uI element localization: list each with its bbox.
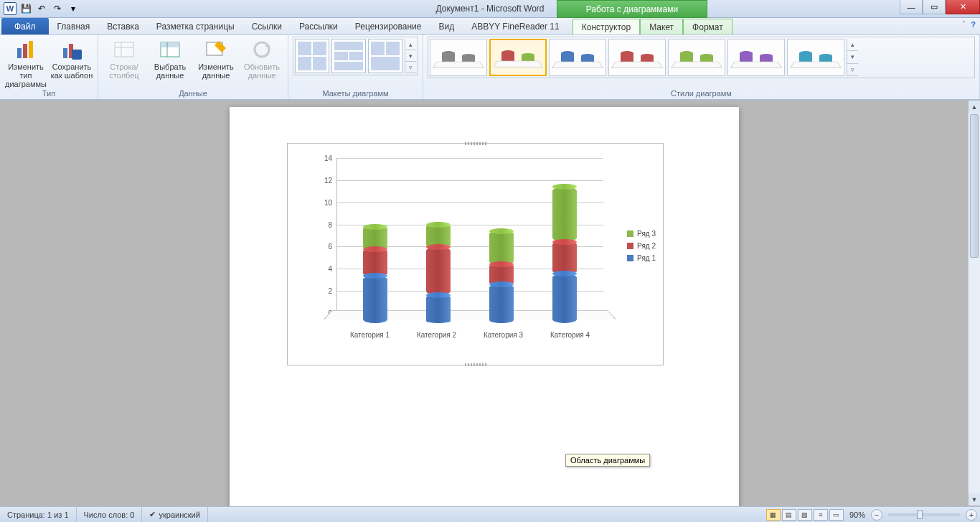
chart-style-7[interactable]: [787, 39, 844, 76]
vertical-scrollbar[interactable]: ▲ ▼: [968, 113, 980, 493]
chart-segment[interactable]: [552, 274, 577, 323]
chart-segment[interactable]: [426, 225, 451, 247]
zoom-in-button[interactable]: +: [966, 509, 977, 521]
app-icon[interactable]: W: [3, 1, 17, 16]
legend-item[interactable]: Ряд 2: [627, 242, 656, 250]
save-as-template-button[interactable]: Сохранить как шаблон: [50, 37, 93, 80]
qat-customize[interactable]: ▾: [66, 1, 80, 16]
layouts-gallery-more[interactable]: ▴▾▿: [405, 39, 416, 73]
ribbon-group-data: Строка/столбец Выбрать данные Изменить д…: [98, 35, 288, 99]
ribbon: Изменить тип диаграммы Сохранить как шаб…: [0, 35, 980, 100]
view-print-layout[interactable]: ▦: [766, 509, 781, 521]
legend-item[interactable]: Ряд 1: [627, 254, 656, 262]
y-tick: 12: [324, 176, 332, 184]
x-label: Категория 2: [417, 331, 456, 339]
undo-button[interactable]: ↶: [34, 1, 49, 16]
redo-button[interactable]: ↷: [50, 1, 65, 16]
chart-area-tooltip: Область диаграммы: [565, 454, 650, 467]
tab-page-layout[interactable]: Разметка страницы: [148, 19, 243, 34]
chart-column[interactable]: [552, 187, 577, 323]
minimize-button[interactable]: —: [900, 0, 923, 14]
document-page[interactable]: 02468101214 Категория 1Категория 2Катего…: [230, 107, 739, 506]
select-data-icon: [159, 38, 182, 61]
y-tick: 10: [324, 198, 332, 206]
svg-rect-5: [72, 50, 82, 60]
edit-data-button[interactable]: Изменить данные: [194, 37, 237, 80]
status-bar: Страница: 1 из 1 Число слов: 0 ✔ украинс…: [0, 506, 980, 522]
change-chart-type-button[interactable]: Изменить тип диаграммы: [4, 37, 47, 88]
legend-item[interactable]: Ряд 3: [627, 230, 656, 238]
chart-object[interactable]: 02468101214 Категория 1Категория 2Катего…: [287, 143, 664, 365]
chart-style-1[interactable]: [430, 39, 487, 76]
chart-plot-area[interactable]: 02468101214 Категория 1Категория 2Катего…: [316, 158, 603, 337]
legend-swatch: [627, 230, 633, 237]
tab-view[interactable]: Вид: [430, 19, 463, 34]
chart-segment[interactable]: [489, 231, 514, 264]
chart-segment[interactable]: [426, 247, 451, 296]
chart-segment[interactable]: [489, 284, 514, 323]
chart-column[interactable]: [426, 225, 451, 323]
save-button[interactable]: 💾: [19, 1, 33, 16]
chart-style-2[interactable]: [489, 39, 547, 76]
chart-segment[interactable]: [363, 249, 387, 276]
scroll-down-icon[interactable]: ▼: [969, 493, 980, 505]
zoom-out-button[interactable]: −: [871, 509, 882, 521]
title-bar: W 💾 ↶ ↷ ▾ Документ1 - Microsoft Word Раб…: [0, 0, 980, 18]
tab-review[interactable]: Рецензирование: [347, 19, 430, 34]
chart-segment[interactable]: [552, 242, 577, 273]
view-full-screen[interactable]: ▤: [782, 509, 796, 521]
scroll-up-icon[interactable]: ▲: [969, 101, 980, 113]
styles-gallery-more[interactable]: ▴▾▿: [847, 39, 858, 76]
chart-legend[interactable]: Ряд 3Ряд 2Ряд 1: [627, 230, 656, 266]
view-draft[interactable]: ▭: [829, 509, 844, 521]
edit-data-icon: [204, 38, 227, 61]
close-button[interactable]: ✕: [946, 0, 980, 14]
tab-insert[interactable]: Вставка: [98, 19, 148, 34]
chart-style-5[interactable]: [668, 39, 725, 76]
help-icon[interactable]: ?: [971, 20, 976, 29]
status-page[interactable]: Страница: 1 из 1: [0, 507, 77, 522]
tab-home[interactable]: Главная: [49, 19, 99, 34]
tab-chart-format[interactable]: Формат: [683, 19, 732, 34]
quick-access-toolbar: W 💾 ↶ ↷ ▾: [0, 1, 80, 16]
zoom-slider[interactable]: [888, 513, 960, 516]
chart-layout-1[interactable]: [295, 39, 329, 73]
chart-style-6[interactable]: [727, 39, 785, 76]
chart-style-3[interactable]: [549, 39, 606, 76]
zoom-level[interactable]: 90%: [849, 511, 865, 519]
status-word-count[interactable]: Число слов: 0: [77, 507, 143, 522]
legend-label: Ряд 2: [637, 242, 656, 250]
chart-columns: [336, 158, 603, 323]
ribbon-group-layouts: ▴▾▿ Макеты диаграмм: [288, 35, 423, 99]
tab-references[interactable]: Ссылки: [243, 19, 291, 34]
minimize-ribbon-icon[interactable]: ˇ: [963, 20, 966, 29]
maximize-button[interactable]: ▭: [923, 0, 946, 14]
chart-column[interactable]: [489, 231, 514, 323]
chart-style-4[interactable]: [608, 39, 666, 76]
chart-layout-3[interactable]: [368, 39, 402, 73]
y-tick: 14: [324, 154, 332, 162]
chart-segment[interactable]: [363, 276, 387, 323]
ribbon-group-type: Изменить тип диаграммы Сохранить как шаб…: [0, 35, 98, 99]
svg-rect-1: [23, 44, 27, 58]
document-area: ▦ ▲ ▼ 02468101214 Категория 1Категория 2…: [0, 100, 980, 506]
scroll-thumb[interactable]: [970, 114, 979, 258]
file-tab[interactable]: Файл: [1, 18, 49, 34]
tab-chart-layout[interactable]: Макет: [640, 19, 683, 34]
chart-segment[interactable]: [552, 187, 577, 242]
window-controls: — ▭ ✕: [900, 0, 980, 14]
view-outline[interactable]: ≡: [814, 509, 828, 521]
tab-abbyy[interactable]: ABBYY FineReader 11: [463, 19, 568, 34]
select-data-button[interactable]: Выбрать данные: [149, 37, 192, 80]
chart-column[interactable]: [363, 227, 387, 323]
tab-mailings[interactable]: Рассылки: [291, 19, 347, 34]
status-language[interactable]: ✔ украинский: [142, 507, 207, 522]
refresh-data-button: Обновить данные: [240, 37, 283, 80]
view-web-layout[interactable]: ▧: [798, 509, 812, 521]
template-icon: [60, 38, 83, 61]
svg-rect-3: [63, 48, 67, 58]
svg-rect-6: [115, 42, 133, 57]
chart-layout-2[interactable]: [331, 39, 366, 73]
tab-chart-design[interactable]: Конструктор: [573, 19, 640, 34]
chart-segment[interactable]: [426, 295, 451, 323]
